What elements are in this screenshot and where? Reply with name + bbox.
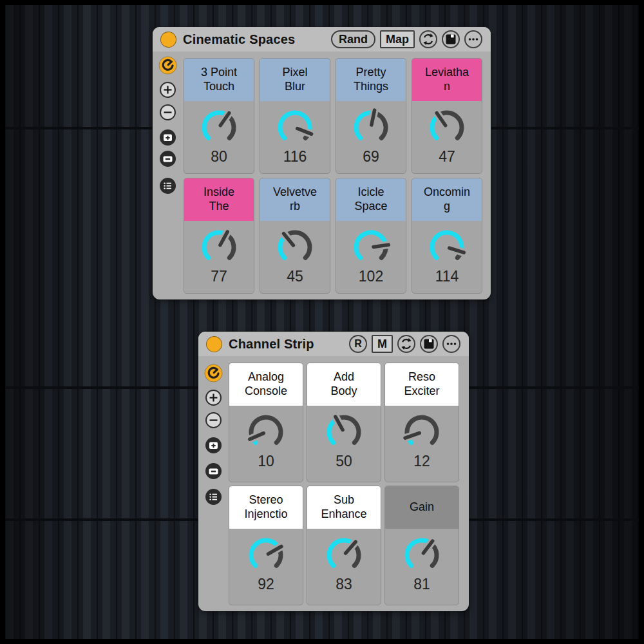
device-on-toggle[interactable] (160, 32, 176, 48)
knob-dial (274, 107, 316, 148)
more-options-button[interactable] (442, 335, 460, 353)
refresh-icon (421, 32, 436, 47)
knob-dial (198, 107, 240, 148)
macro-label: PixelBlur (260, 59, 330, 101)
macro-value[interactable]: 114 (435, 269, 459, 284)
box-plus-icon (205, 437, 222, 453)
hot-swap-icon (204, 364, 223, 383)
macro-knob[interactable] (323, 412, 365, 453)
macro-cell[interactable]: Oncoming114 (412, 178, 482, 294)
randomize-button[interactable]: Rand (331, 30, 375, 48)
delete-variation-button[interactable] (205, 463, 222, 479)
variation-list-button[interactable] (205, 489, 222, 505)
refresh-button[interactable] (419, 30, 437, 48)
add-macro-button[interactable] (205, 390, 222, 406)
list-icon (160, 178, 176, 194)
more-options-icon (444, 336, 459, 352)
minus-icon (207, 413, 220, 427)
macro-label: StereoInjenctio (229, 486, 303, 529)
hot-swap-button[interactable] (158, 56, 177, 75)
plus-icon (161, 83, 175, 97)
macro-label: IcicleSpace (336, 178, 406, 221)
macro-knob[interactable] (198, 107, 240, 148)
macro-value[interactable]: 80 (211, 149, 227, 164)
macro-value[interactable]: 81 (413, 576, 430, 592)
macro-cell[interactable]: Leviathan47 (412, 58, 482, 174)
device-on-toggle[interactable] (206, 336, 222, 352)
remove-macro-button[interactable] (160, 104, 176, 120)
device-panel-channel-strip: Channel Strip RM AnalogConsole10AddBody5… (198, 332, 469, 611)
macro-value[interactable]: 77 (211, 269, 227, 284)
header-buttons: RM (349, 335, 460, 353)
macro-label: AnalogConsole (229, 363, 303, 406)
macro-label: AddBody (307, 363, 381, 406)
macro-label: Oncoming (412, 178, 482, 221)
macro-value[interactable]: 50 (336, 453, 352, 469)
box-minus-icon (205, 463, 222, 479)
macro-knob[interactable] (426, 107, 468, 148)
macro-knob[interactable] (350, 227, 392, 268)
macro-cell[interactable]: PrettyThings69 (336, 58, 406, 174)
macro-cell[interactable]: 3 PointTouch80 (184, 58, 254, 174)
box-plus-icon (160, 129, 176, 146)
plus-icon (207, 391, 220, 404)
session-background: Cinematic Spaces RandMap 3 PointTouch80P… (0, 0, 644, 644)
macro-knob[interactable] (323, 535, 365, 576)
macro-knob[interactable] (401, 412, 442, 453)
add-macro-button[interactable] (160, 82, 176, 98)
remove-macro-button[interactable] (205, 412, 222, 428)
macro-value[interactable]: 45 (287, 269, 303, 284)
macro-label: InsideThe (184, 178, 254, 221)
hot-swap-button[interactable] (204, 364, 223, 383)
save-preset-button[interactable] (420, 335, 438, 353)
macro-knob[interactable] (426, 227, 468, 268)
macro-cell[interactable]: PixelBlur116 (260, 58, 330, 174)
macro-cell[interactable]: ResoExciter12 (384, 363, 459, 482)
macro-knob[interactable] (274, 107, 316, 148)
macro-knob[interactable] (245, 535, 287, 576)
macro-value[interactable]: 12 (413, 453, 430, 469)
macro-knob[interactable] (198, 227, 240, 268)
macro-value[interactable]: 69 (363, 149, 379, 164)
macro-value[interactable]: 102 (359, 269, 383, 284)
macro-knob[interactable] (245, 412, 287, 453)
macro-value[interactable]: 92 (258, 576, 274, 592)
box-minus-icon (160, 151, 176, 167)
macro-cell[interactable]: IcicleSpace102 (336, 178, 406, 294)
macro-grid: 3 PointTouch80PixelBlur116PrettyThings69… (184, 58, 482, 294)
macro-cell[interactable]: Gain81 (384, 486, 459, 605)
knob-dial (245, 412, 287, 453)
device-title: Cinematic Spaces (183, 32, 295, 47)
variation-list-button[interactable] (160, 178, 176, 194)
knob-dial (323, 535, 365, 576)
macro-value[interactable]: 47 (439, 149, 455, 164)
macro-cell[interactable]: StereoInjenctio92 (229, 486, 303, 605)
macro-label: Gain (385, 486, 459, 529)
knob-dial (426, 107, 468, 148)
new-variation-button[interactable] (205, 437, 222, 453)
knob-dial (401, 535, 442, 576)
macro-knob[interactable] (274, 227, 316, 268)
delete-variation-button[interactable] (160, 151, 176, 167)
more-options-button[interactable] (464, 30, 482, 48)
save-preset-button[interactable] (442, 30, 460, 48)
randomize-button[interactable]: R (349, 335, 367, 353)
macro-cell[interactable]: InsideThe77 (184, 178, 254, 294)
refresh-button[interactable] (397, 335, 415, 353)
macro-cell[interactable]: SubEnhance83 (307, 486, 381, 605)
map-mode-button[interactable]: M (372, 335, 393, 353)
macro-value[interactable]: 83 (336, 576, 352, 592)
knob-dial (245, 535, 287, 576)
new-variation-button[interactable] (160, 129, 176, 146)
macro-knob[interactable] (401, 535, 442, 576)
macro-value[interactable]: 116 (283, 149, 307, 164)
macro-knob[interactable] (350, 107, 392, 148)
macro-label: Leviathan (412, 59, 482, 101)
map-mode-button[interactable]: Map (380, 30, 415, 48)
macro-label: PrettyThings (336, 59, 406, 101)
macro-cell[interactable]: AnalogConsole10 (229, 363, 303, 482)
macro-cell[interactable]: AddBody50 (307, 363, 381, 482)
macro-value[interactable]: 10 (258, 453, 274, 469)
device-header: Channel Strip RM (198, 332, 469, 356)
macro-cell[interactable]: Velvetverb45 (260, 178, 330, 294)
